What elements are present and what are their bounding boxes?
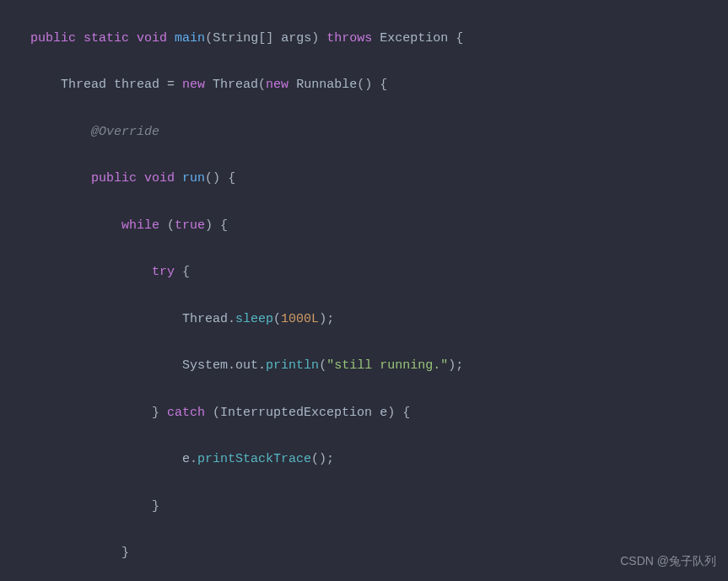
code-line: try { [0, 261, 728, 284]
code-line: Thread thread = new Thread(new Runnable(… [0, 73, 728, 97]
code-line: e.printStackTrace(); [0, 448, 728, 471]
code-line: public void run() { [0, 167, 728, 191]
code-line: while (true) { [0, 214, 728, 238]
code-line: System.out.println("still running."); [0, 354, 728, 378]
watermark: CSDN @兔子队列 [620, 551, 716, 573]
code-line: @Override [0, 121, 728, 144]
code-block: public static void main(String[] args) t… [0, 0, 728, 581]
code-line: } catch (InterruptedException e) { [0, 401, 728, 425]
code-line: Thread.sleep(1000L); [0, 308, 728, 331]
code-line: } [0, 495, 728, 519]
code-line: } [0, 541, 728, 565]
code-line: public static void main(String[] args) t… [0, 27, 728, 51]
